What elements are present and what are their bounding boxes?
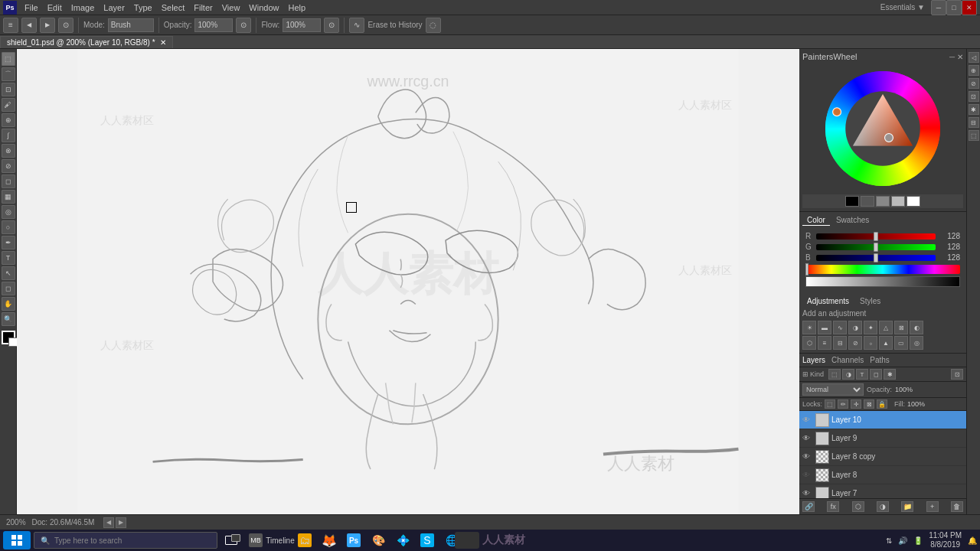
taskbar-folder[interactable]: 🗂 (294, 531, 315, 549)
task-view-btn[interactable] (220, 531, 242, 549)
nav-prev[interactable]: ◀ (103, 517, 114, 528)
new-group-btn[interactable]: 📁 (901, 501, 913, 512)
menu-select[interactable]: Select (157, 0, 190, 15)
menu-help[interactable]: Help (283, 0, 310, 15)
fg-color-swatch[interactable] (2, 331, 15, 344)
layer-visibility-layer7[interactable]: 👁 (802, 489, 813, 497)
tool-eyedropper[interactable]: 🖋 (2, 98, 15, 112)
tool-blur[interactable]: ◎ (2, 205, 15, 219)
lock-image[interactable]: ✏ (838, 399, 848, 409)
fr-icon7[interactable]: ⬚ (969, 130, 979, 141)
add-mask-btn[interactable]: ⬡ (852, 501, 864, 512)
taskbar-app5[interactable]: 🎨 (368, 531, 389, 549)
filter-type[interactable]: T (856, 369, 868, 380)
tool-zoom[interactable]: 🔍 (2, 312, 15, 326)
lock-position[interactable]: ✛ (851, 399, 861, 409)
history-icon[interactable]: ◌ (426, 18, 441, 33)
adj-curves[interactable]: ∿ (833, 321, 847, 334)
layer-row-layer8[interactable]: 👁 Layer 8 (799, 466, 966, 484)
pw-close-btn[interactable]: ✕ (957, 53, 963, 61)
layer-row-layer8copy[interactable]: 👁 Layer 8 copy (799, 448, 966, 466)
adj-channel-mixer[interactable]: ≡ (818, 336, 831, 350)
layer-visibility-layer8copy[interactable]: 👁 (802, 452, 813, 461)
adj-tab-styles[interactable]: Styles (855, 296, 885, 306)
tool-type[interactable]: T (2, 251, 15, 265)
menu-edit[interactable]: Edit (43, 0, 67, 15)
layer-visibility-layer9[interactable]: 👁 (802, 434, 813, 442)
tool-brush[interactable]: ∫ (2, 129, 15, 142)
tool-lasso[interactable]: ⌒ (2, 67, 15, 81)
notifications-btn[interactable]: 🔔 (968, 536, 977, 545)
taskbar-firefox[interactable]: 🦊 (318, 531, 340, 549)
menu-image[interactable]: Image (67, 0, 100, 15)
blend-mode-select[interactable]: Normal Multiply Screen Overlay (802, 383, 864, 396)
menu-window[interactable]: Window (244, 0, 283, 15)
search-bar[interactable]: 🔍 Type here to search (34, 532, 217, 549)
document-tab[interactable]: shield_01.psd @ 200% (Layer 10, RGB/8) *… (0, 36, 173, 48)
filter-shape[interactable]: ◻ (870, 369, 882, 380)
tool-pen[interactable]: ✒ (2, 236, 15, 249)
r-slider-track[interactable] (816, 233, 936, 240)
brightness-slider[interactable] (805, 276, 960, 287)
taskbar-photoshop[interactable]: Ps (343, 531, 364, 549)
white-swatch[interactable] (906, 196, 920, 207)
fr-icon2[interactable]: ⊕ (969, 65, 979, 76)
taskbar-skype[interactable]: S (416, 531, 438, 549)
pw-minimize[interactable]: ─ (949, 53, 955, 61)
menu-view[interactable]: View (217, 0, 245, 15)
tool-history[interactable]: ⊘ (2, 159, 15, 173)
adj-gradient-map[interactable]: ▭ (894, 336, 908, 350)
adj-brightness[interactable]: ☀ (802, 321, 816, 334)
tool-clone[interactable]: ⊗ (2, 144, 15, 158)
mode-input[interactable] (108, 18, 154, 32)
adj-vibrance[interactable]: ✦ (864, 321, 877, 334)
filter-smart[interactable]: ✱ (884, 369, 896, 380)
tool-crop[interactable]: ⊡ (2, 83, 15, 96)
fr-icon4[interactable]: ⊡ (969, 91, 979, 102)
lock-all[interactable]: 🔒 (877, 399, 887, 409)
flow-options[interactable]: ⊙ (324, 18, 339, 33)
layer-visibility-layer10[interactable]: 👁 (802, 416, 813, 424)
taskbar-mini-bridge[interactable]: MB (245, 531, 266, 549)
lock-artboard[interactable]: ⊠ (864, 399, 874, 409)
opacity-input[interactable] (194, 18, 233, 32)
add-style-btn[interactable]: fx (827, 501, 839, 512)
layer-row-layer9[interactable]: 👁 Layer 9 (799, 429, 966, 448)
new-fill-btn[interactable]: ◑ (877, 501, 889, 512)
restore-btn[interactable]: □ (946, 0, 962, 15)
delete-layer-btn[interactable]: 🗑 (951, 501, 963, 512)
adj-levels[interactable]: ▬ (818, 321, 831, 334)
tool-path-select[interactable]: ↖ (2, 266, 15, 280)
clock[interactable]: 11:04 PM 8/8/2019 (929, 531, 962, 549)
adj-photo-filter[interactable]: ⬡ (802, 336, 816, 350)
dark-grey-swatch[interactable] (861, 196, 874, 207)
adj-invert[interactable]: ⊘ (848, 336, 862, 350)
tray-sound[interactable]: 🔊 (898, 536, 907, 545)
black-swatch[interactable] (845, 196, 859, 207)
layer-row-layer10[interactable]: 👁 Layer 10 (799, 411, 966, 429)
taskbar-app6[interactable]: 💠 (392, 531, 413, 549)
adj-selective-color[interactable]: ◎ (910, 336, 923, 350)
tab-close[interactable]: ✕ (160, 38, 166, 47)
lock-transparent[interactable]: ⬚ (825, 399, 835, 409)
brush-type-btn[interactable]: ⊙ (58, 18, 74, 33)
tab-channels[interactable]: Channels (831, 356, 864, 364)
adj-hsl[interactable]: △ (879, 321, 893, 334)
menu-layer[interactable]: Layer (99, 0, 129, 15)
flow-input[interactable] (283, 18, 321, 32)
opacity-options[interactable]: ⊙ (236, 18, 251, 33)
menu-type[interactable]: Type (129, 0, 157, 15)
tool-options-btn[interactable]: ≡ (3, 18, 18, 33)
menu-filter[interactable]: Filter (189, 0, 217, 15)
tab-swatches[interactable]: Swatches (831, 215, 874, 226)
b-slider-track[interactable] (816, 255, 936, 261)
color-wheel[interactable] (822, 67, 944, 190)
airbrush-btn[interactable]: ∿ (349, 18, 364, 33)
mid-grey-swatch[interactable] (876, 196, 890, 207)
adj-posterize[interactable]: ⬦ (864, 336, 877, 350)
adj-threshold[interactable]: ▲ (879, 336, 893, 350)
adj-tab-adjustments[interactable]: Adjustments (802, 296, 854, 306)
canvas-area[interactable]: www.rrcg.cn 人人素材 人人素材 人人素材区 人人素材区 人人素材区 … (17, 49, 799, 514)
tool-shape[interactable]: ◻ (2, 282, 15, 295)
adj-color-lookup[interactable]: ⊟ (833, 336, 847, 350)
